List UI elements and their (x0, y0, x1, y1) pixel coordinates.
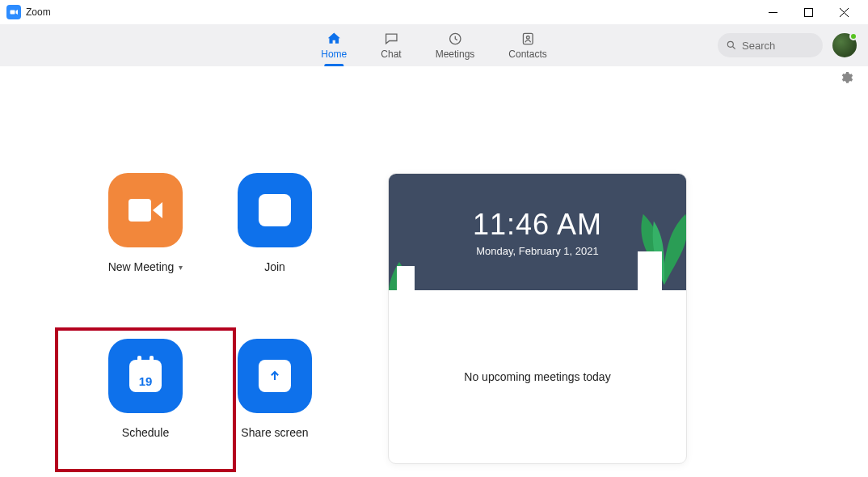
nav-label: Contacts (508, 49, 546, 60)
svg-line-9 (733, 47, 735, 49)
minimize-button[interactable] (755, 0, 790, 24)
tile-schedule: 19 Schedule (55, 327, 236, 472)
nav-label: Chat (381, 49, 401, 60)
no-meetings-text: No upcoming meetings today (464, 370, 610, 383)
nav-contacts[interactable]: Contacts (504, 24, 551, 66)
plus-icon (259, 194, 291, 226)
share-screen-button[interactable] (238, 339, 312, 413)
search-icon (726, 40, 737, 51)
settings-button[interactable] (839, 70, 853, 88)
gear-icon (839, 70, 853, 85)
tile-label: Share screen (241, 426, 308, 439)
tile-share-screen: Share screen (210, 339, 339, 464)
svg-rect-0 (11, 11, 15, 15)
zoom-app-icon (6, 5, 21, 19)
calendar-day: 19 (139, 374, 153, 388)
join-button[interactable] (238, 173, 312, 247)
profile-avatar[interactable] (832, 33, 857, 57)
calendar-icon: 19 (129, 360, 162, 392)
nav-home[interactable]: Home (316, 24, 352, 66)
contact-icon (520, 31, 536, 47)
nav-meetings[interactable]: Meetings (431, 24, 480, 66)
svg-rect-2 (804, 8, 812, 16)
clock-time: 11:46 AM (473, 208, 602, 242)
nav-chat[interactable]: Chat (376, 24, 406, 66)
today-panel: 11:46 AM Monday, February 1, 2021 No upc… (388, 173, 687, 464)
presence-indicator (849, 32, 857, 40)
tile-label: Schedule (122, 426, 169, 439)
share-arrow-icon (259, 360, 291, 392)
tile-new-meeting: New Meeting ▾ (81, 173, 210, 298)
search-placeholder: Search (742, 40, 775, 52)
meetings-list: No upcoming meetings today (389, 290, 686, 463)
close-button[interactable] (826, 0, 862, 24)
schedule-button[interactable]: 19 (108, 339, 183, 413)
nav-label: Meetings (436, 49, 475, 60)
tile-label: Join (264, 260, 285, 273)
window-title: Zoom (26, 6, 51, 18)
svg-point-8 (727, 41, 733, 47)
clock-banner: 11:46 AM Monday, February 1, 2021 (389, 174, 686, 290)
chevron-down-icon[interactable]: ▾ (179, 263, 183, 272)
main-content: New Meeting ▾ Join 19 Schedule (0, 92, 868, 464)
chat-icon (383, 31, 399, 47)
search-input[interactable]: Search (718, 33, 823, 57)
title-bar: Zoom (0, 0, 868, 24)
maximize-button[interactable] (790, 0, 826, 24)
tile-join: Join (210, 173, 339, 298)
toolbar-row (0, 66, 868, 92)
pot-decoration (397, 266, 415, 290)
clock-date: Monday, February 1, 2021 (476, 245, 599, 257)
new-meeting-button[interactable] (108, 173, 183, 247)
quick-actions-grid: New Meeting ▾ Join 19 Schedule (48, 173, 372, 464)
nav-label: Home (321, 49, 347, 60)
pot-decoration (638, 251, 662, 290)
svg-point-7 (526, 36, 529, 40)
top-nav: Home Chat Meetings Contacts Search (0, 24, 868, 66)
clock-icon (447, 31, 463, 47)
home-icon (326, 31, 342, 47)
video-icon (129, 199, 162, 222)
tile-label: New Meeting (108, 260, 175, 273)
